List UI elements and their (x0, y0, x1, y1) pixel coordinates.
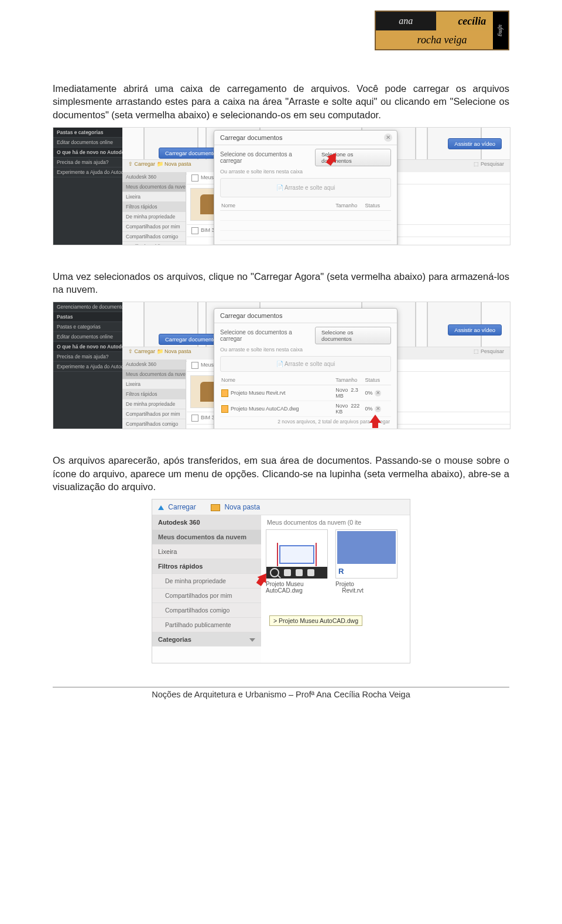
watch-video-button[interactable]: Assistir ao vídeo (448, 324, 502, 336)
g-item[interactable]: Partilhado publicamente (122, 242, 186, 245)
ds-item[interactable]: Editar documentos online (53, 332, 122, 342)
sidebar-item-propriedade[interactable]: De minha propriedade (152, 574, 261, 588)
sidebar-item-lixeira[interactable]: Lixeira (152, 545, 261, 559)
g-item[interactable]: Meus documentos da nuvem (122, 182, 186, 192)
g-item[interactable]: Lixeira (122, 379, 186, 389)
table-row: Projeto Museu Revit.rvt Novo 2.3 MB 0%✕ (220, 385, 391, 401)
select-documents-button[interactable]: Selecione os documentos (315, 149, 391, 166)
g-item[interactable]: Compartilhados por mim (122, 222, 186, 232)
sidebar-item-meus-docs[interactable]: Meus documentos da nuvem (152, 530, 261, 545)
sidebar-item-comp-por[interactable]: Compartilhados por mim (152, 588, 261, 603)
file-thumb-2[interactable]: R Projeto Revit.rvt (335, 529, 399, 594)
table-row: Projeto Museu AutoCAD.dwg Novo 222 KB 0%… (220, 401, 391, 417)
close-icon[interactable]: ✕ (384, 134, 392, 142)
screenshot-upload-dialog-empty: Pastas e categorias Editar documentos on… (53, 127, 510, 245)
toolbar-left[interactable]: ⇧ Carregar 📁 Nova pasta (128, 348, 191, 354)
select-label: Selecione os documentos a carregar (220, 151, 315, 164)
file-icon (221, 389, 228, 397)
g-item[interactable]: Compartilhados por mim (122, 409, 186, 419)
file-thumb-1[interactable]: Projeto Museu AutoCAD.dwg (266, 529, 329, 594)
chevron-down-icon (249, 638, 255, 642)
upload-summary: 2 novos arquivos, 2 total de arquivos pa… (220, 417, 391, 428)
sidebar-item-comp-com[interactable]: Compartilhados comigo (152, 603, 261, 618)
ds-item[interactable]: Pastas (53, 312, 122, 322)
magnifier-icon[interactable] (270, 568, 279, 577)
g-item[interactable]: De minha propriedade (122, 212, 186, 222)
g-item[interactable]: Compartilhados comigo (122, 419, 186, 429)
ds-item: Precisa de mais ajuda? (53, 158, 122, 167)
ds-item[interactable]: Editar documentos online (53, 138, 122, 148)
screenshot-documents-area: Carregar Nova pasta Autodesk 360 Meus do… (152, 499, 410, 663)
upload-dialog: Carregar documentos Selecione os documen… (214, 308, 397, 429)
watch-video-button[interactable]: Assistir ao vídeo (448, 138, 502, 149)
ds-item[interactable]: Experimente a Ajuda do Autodesk 360 (53, 167, 122, 177)
toolbar-search[interactable]: ⬚ Pesquisar (474, 161, 504, 167)
screenshot-upload-dialog-files: Gerenciamento de documentos ▸ Pastas Pas… (53, 302, 510, 429)
toolbar-left[interactable]: ⇧ Carregar 📁 Nova pasta (128, 161, 191, 167)
ds-item[interactable]: O que há de novo no Autodesk 360 (53, 148, 122, 158)
upload-dialog: Carregar documentos ✕ Selecione os docum… (214, 130, 397, 245)
g-item[interactable]: Autodesk 360 (122, 360, 186, 369)
g-item[interactable]: Compartilhados comigo (122, 232, 186, 242)
logo-name1: ana (376, 12, 436, 30)
tooltip: > Projeto Museu AutoCAD.dwg (269, 615, 362, 626)
author-logo: ana cecília rocha veiga ufmg (375, 11, 509, 50)
ds-item: Precisa de mais ajuda? (53, 352, 122, 362)
paragraph-1: Imediatamente abrirá uma caixa de carreg… (53, 82, 509, 121)
sidebar-item-filtros: Filtros rápidos (152, 559, 261, 574)
red-arrow-annotation (369, 415, 381, 423)
checkbox[interactable] (191, 415, 198, 422)
file-name: Projeto Museu AutoCAD.dwg (266, 581, 303, 594)
hover-toolbar (266, 567, 327, 579)
table-row (220, 211, 391, 221)
upload-link[interactable]: Carregar (168, 503, 196, 511)
ds-item[interactable]: Experimente a Ajuda do Autodesk 360 (53, 362, 122, 372)
g-item[interactable]: De minha propriedade (122, 399, 186, 409)
main-header: Meus documentos da nuvem (0 ite (267, 519, 361, 526)
file-name-ext: Revit.rvt (342, 587, 364, 594)
select-all-checkbox[interactable] (191, 174, 198, 182)
revit-icon-letter: R (338, 567, 344, 576)
main-content: Meus documentos da nuvem (0 ite Projeto … (261, 515, 410, 663)
file-name: Projeto (335, 581, 354, 587)
select-label: Selecione os documentos a carregar (220, 329, 315, 342)
sidebar-item-partilhado[interactable]: Partilhado publicamente (152, 618, 261, 632)
table-header: Nome Tamanho Status (220, 201, 391, 211)
paragraph-2: Uma vez selecionados os arquivos, clique… (53, 270, 509, 296)
remove-icon[interactable]: ✕ (375, 406, 381, 412)
dark-sidebar: Pastas e categorias Editar documentos on… (53, 128, 122, 245)
g-item[interactable]: Meus documentos da nuvem (122, 369, 186, 379)
dialog-title: Carregar documentos (220, 134, 282, 141)
table-header: Nome Tamanho Status (220, 375, 391, 385)
dialog-subtext: Ou arraste e solte itens nesta caixa (220, 169, 391, 174)
select-documents-button[interactable]: Selecione os documentos (315, 327, 391, 344)
toolbar-search[interactable]: ⬚ Pesquisar (474, 348, 504, 354)
dark-sidebar: Gerenciamento de documentos ▸ Pastas Pas… (53, 302, 122, 429)
remove-icon[interactable]: ✕ (375, 390, 381, 396)
dialog-title: Carregar documentos (220, 312, 282, 319)
table-row (220, 221, 391, 231)
toolbar-icon[interactable] (307, 569, 314, 576)
g-item: Filtros rápidos (122, 202, 186, 212)
toolbar-icon[interactable] (284, 569, 291, 576)
checkbox[interactable] (191, 227, 198, 234)
logo-name3: rocha veiga (376, 30, 508, 49)
ds-item[interactable]: Gerenciamento de documentos ▸ (53, 302, 122, 312)
g-item[interactable]: Autodesk 360 (122, 172, 186, 182)
ds-item[interactable]: O que há de novo no Autodesk 360 (53, 342, 122, 352)
select-all-checkbox[interactable] (191, 362, 198, 369)
new-folder-link[interactable]: Nova pasta (224, 503, 260, 511)
grey-sidebar: Autodesk 360 Meus documentos da nuvem Li… (122, 360, 186, 429)
ds-item[interactable]: Pastas e categorias (53, 128, 122, 138)
sidebar-item-categorias[interactable]: Categorias (152, 632, 261, 646)
drop-zone[interactable]: 📄 Arraste e solte aqui (220, 178, 391, 197)
paragraph-3: Os arquivos aparecerão, após transferido… (53, 454, 509, 493)
g-item[interactable]: Lixeira (122, 192, 186, 202)
top-toolbar: Carregar Nova pasta (152, 499, 410, 515)
drop-zone[interactable]: 📄 Arraste e solte aqui (220, 356, 391, 372)
sidebar-item-autodesk360[interactable]: Autodesk 360 (152, 515, 261, 530)
toolbar-icon[interactable] (296, 569, 303, 576)
g-item: Filtros rápidos (122, 389, 186, 399)
page-footer: Noções de Arquitetura e Urbanismo – Prof… (53, 687, 509, 699)
ds-item[interactable]: Pastas e categorias (53, 322, 122, 332)
